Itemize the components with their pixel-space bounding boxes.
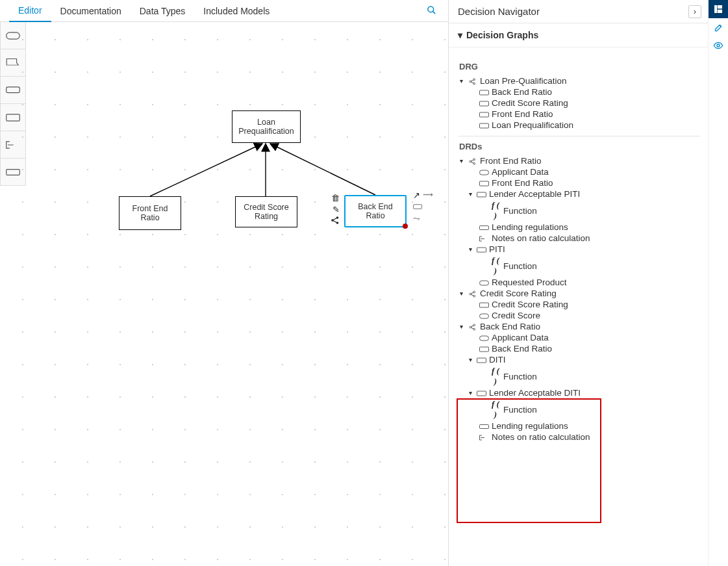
svg-rect-37: [479, 347, 488, 352]
node-label: Back End Ratio: [349, 202, 401, 221]
tree-item[interactable]: Credit Score: [455, 310, 703, 321]
svg-rect-31: [479, 303, 488, 307]
svg-rect-23: [479, 181, 488, 186]
svg-rect-26: [477, 248, 486, 252]
preview-icon[interactable]: [709, 36, 729, 55]
decision-icon: [479, 344, 489, 354]
node-context-actions-left: 🗑 ✎: [331, 192, 340, 229]
text-annotation-icon: [479, 432, 489, 442]
tree-item[interactable]: f ( )Function: [455, 255, 703, 277]
tree-item[interactable]: Back End Ratio: [455, 343, 703, 354]
svg-point-41: [717, 44, 720, 47]
tree-item-drd-credit-score-rating[interactable]: ▾ Credit Score Rating: [455, 288, 703, 299]
group-drds: DRDs: [459, 142, 703, 151]
divider: [458, 136, 700, 136]
delete-icon[interactable]: 🗑: [331, 192, 340, 204]
connect-solid-icon[interactable]: ↗: [413, 190, 420, 201]
svg-rect-27: [479, 281, 488, 285]
tree-item[interactable]: Front End Ratio: [455, 109, 703, 120]
node-credit-score-rating[interactable]: Credit Score Rating: [235, 196, 297, 227]
input-data-icon: [479, 167, 489, 177]
decision-icon: [479, 98, 489, 108]
function-icon: f ( ): [490, 366, 501, 387]
tree-item-drd-back-end-ratio[interactable]: ▾ Back End Ratio: [455, 321, 703, 332]
connect-dashed-icon[interactable]: ⤳: [413, 213, 420, 225]
node-loan-prequalification[interactable]: Loan Prequalification: [232, 110, 301, 143]
navigator-toggle-icon[interactable]: [709, 0, 729, 18]
share-icon: [467, 156, 477, 166]
edit-icon[interactable]: ✎: [331, 204, 340, 216]
tab-data-types[interactable]: Data Types: [131, 1, 195, 21]
function-icon: f ( ): [490, 200, 501, 221]
right-iconbar: [708, 0, 728, 566]
decision-icon: [479, 109, 489, 119]
tree-item[interactable]: ▾DITI: [455, 354, 703, 365]
svg-rect-40: [479, 425, 488, 429]
tree-item[interactable]: Applicant Data: [455, 332, 703, 343]
svg-rect-25: [479, 226, 488, 230]
svg-rect-39: [477, 391, 486, 396]
tree-item[interactable]: Back End Ratio: [455, 86, 703, 97]
tree-item[interactable]: Credit Score Rating: [455, 299, 703, 310]
tree-item-drg-root[interactable]: ▾ Loan Pre-Qualification: [455, 75, 703, 86]
tab-documentation[interactable]: Documentation: [51, 1, 131, 21]
tab-bar: Editor Documentation Data Types Included…: [0, 0, 448, 22]
tree-item[interactable]: Notes on ratio calculation: [455, 431, 703, 443]
properties-icon[interactable]: [709, 18, 729, 36]
decision-icon: [479, 300, 489, 309]
tree-item[interactable]: Front End Ratio: [455, 177, 703, 188]
tree-item[interactable]: Lending regulations: [455, 222, 703, 233]
panel-body: DRG ▾ Loan Pre-Qualification Back End Ra…: [449, 47, 708, 566]
tree-item[interactable]: ▾Lender Acceptable PITI: [455, 188, 703, 199]
tree-item[interactable]: Requested Product: [455, 277, 703, 288]
share-icon[interactable]: [331, 216, 340, 228]
tree-item[interactable]: Loan Prequalification: [455, 120, 703, 131]
tree-item[interactable]: Notes on ratio calculation: [455, 233, 703, 244]
resize-handle[interactable]: [403, 224, 408, 229]
decision-navigator-panel: Decision Navigator › ▾ Decision Graphs D…: [448, 0, 708, 566]
tree-item[interactable]: Applicant Data: [455, 166, 703, 177]
knowledge-source-icon: [479, 222, 489, 232]
svg-point-0: [428, 6, 434, 12]
share-icon: [467, 76, 477, 86]
svg-rect-22: [479, 170, 488, 175]
panel-title: Decision Navigator: [458, 6, 540, 17]
share-icon: [467, 289, 477, 298]
tab-included-models[interactable]: Included Models: [194, 1, 279, 21]
svg-rect-15: [479, 90, 488, 95]
decision-icon: [476, 244, 486, 254]
search-icon[interactable]: [427, 5, 436, 17]
decision-icon: [476, 189, 486, 199]
svg-rect-18: [479, 123, 488, 128]
decision-icon: [479, 87, 489, 97]
add-shape-icon[interactable]: [413, 201, 422, 213]
svg-rect-32: [479, 314, 488, 318]
collapse-button[interactable]: ›: [688, 5, 701, 18]
function-icon: f ( ): [490, 255, 501, 276]
tree-item[interactable]: ▾Lender Acceptable DITI: [455, 387, 703, 398]
tree-item[interactable]: f ( )Function: [455, 398, 703, 420]
tree-item[interactable]: f ( )Function: [455, 199, 703, 222]
tree-item[interactable]: f ( )Function: [455, 365, 703, 387]
decision-icon: [476, 355, 486, 365]
svg-rect-16: [479, 101, 488, 106]
node-front-end-ratio[interactable]: Front End Ratio: [119, 196, 181, 230]
tree-item[interactable]: ▾PITI: [455, 244, 703, 255]
input-data-icon: [479, 311, 489, 320]
canvas[interactable]: Loan Prequalification Front End Ratio Cr…: [0, 22, 448, 566]
svg-rect-38: [477, 358, 486, 363]
tree-item[interactable]: Lending regulations: [455, 420, 703, 431]
connect-knowledge-icon[interactable]: ⟿: [423, 190, 433, 201]
input-data-icon: [479, 333, 489, 342]
tree-item[interactable]: Credit Score Rating: [455, 97, 703, 109]
input-data-icon: [479, 277, 489, 287]
node-back-end-ratio[interactable]: Back End Ratio: [344, 195, 407, 227]
share-icon: [467, 322, 477, 331]
knowledge-source-icon: [479, 421, 489, 431]
tree-item-drd-front-end-ratio[interactable]: ▾ Front End Ratio: [455, 155, 703, 166]
section-decision-graphs[interactable]: ▾ Decision Graphs: [449, 23, 708, 47]
group-drg: DRG: [459, 62, 703, 71]
svg-rect-11: [413, 205, 421, 209]
decision-icon: [476, 388, 486, 398]
tab-editor[interactable]: Editor: [9, 0, 51, 22]
